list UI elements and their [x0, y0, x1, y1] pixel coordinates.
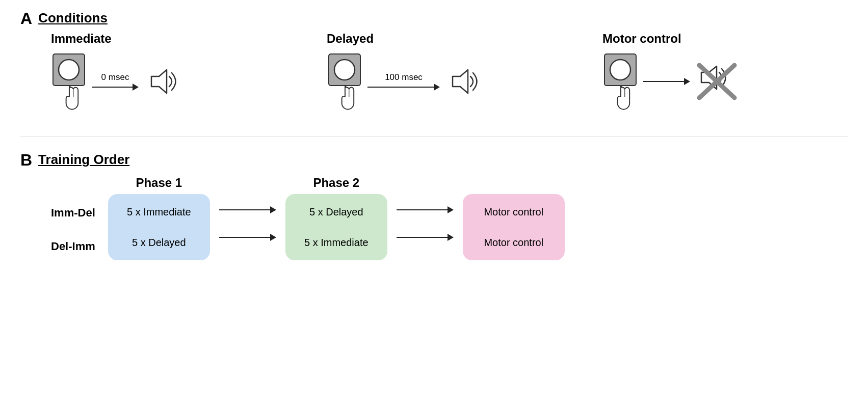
group-del-imm-label: Del-Imm: [51, 240, 103, 253]
svg-point-1: [59, 60, 79, 80]
section-b-letter: B: [20, 152, 32, 168]
phase1-arrow-bottom: [219, 234, 276, 241]
phase1-box: 5 x Immediate 5 x Delayed: [108, 194, 210, 260]
phase1-arrow-head-bottom: [270, 234, 276, 241]
motor-button-icon: [602, 52, 638, 88]
phase2-del-imm-text: 5 x Immediate: [301, 237, 372, 249]
svg-marker-9: [453, 70, 468, 93]
phase2-arrow-line-top: [397, 209, 448, 210]
section-a-title: Conditions: [38, 10, 108, 26]
section-a-letter: A: [20, 10, 32, 26]
ab-divider: [20, 136, 848, 137]
section-a: A Conditions Immediate: [20, 10, 848, 111]
condition-delayed-name: Delayed: [327, 32, 374, 46]
condition-immediate-name: Immediate: [51, 32, 112, 46]
group-imm-del-label: Imm-Del: [51, 206, 103, 220]
condition-delayed-diagram: 100 msec: [327, 52, 481, 111]
phase1-column: Phase 1 5 x Immediate 5 x Delayed: [108, 176, 210, 260]
phase3-column: Phase 3 Motor control Motor control: [463, 176, 565, 260]
immediate-button-hand: [51, 52, 87, 111]
motor-arrow-line: [643, 81, 684, 82]
immediate-arrow-shape: [92, 84, 139, 91]
delayed-arrow-line: [367, 87, 434, 88]
phase1-imm-del-text: 5 x Immediate: [123, 206, 195, 218]
svg-marker-4: [151, 70, 167, 93]
phase2-arrow-head-top: [448, 206, 454, 213]
condition-immediate-diagram: 0 msec: [51, 52, 179, 111]
condition-motor-diagram: [602, 52, 739, 111]
motor-button-hand: [602, 52, 638, 111]
phase1-arrow-line-top: [219, 209, 270, 210]
immediate-arrow: 0 msec: [92, 72, 139, 91]
section-a-header: A Conditions: [20, 10, 848, 26]
phase1-arrow-top: [219, 206, 276, 213]
delayed-button-icon: [327, 52, 362, 88]
delayed-delay-label: 100 msec: [385, 72, 423, 83]
phase1-del-imm-text: 5 x Delayed: [123, 237, 195, 249]
group-labels: Imm-Del Del-Imm: [51, 206, 103, 253]
condition-delayed: Delayed: [327, 32, 602, 111]
phase2-arrow-top: [397, 206, 454, 213]
immediate-delay-label: 0 msec: [101, 72, 129, 83]
condition-immediate: Immediate: [51, 32, 327, 111]
condition-motor-name: Motor control: [602, 32, 681, 46]
delayed-arrow-shape: [367, 84, 440, 91]
delayed-arrow: 100 msec: [367, 72, 440, 91]
section-b: B Training Order Imm-Del Del-Imm Phase 1…: [20, 152, 848, 260]
condition-motor-control: Motor control: [602, 32, 868, 111]
delayed-speaker-icon: [445, 64, 481, 99]
motor-arrow: [643, 78, 690, 85]
motor-speaker-crossed: [695, 61, 739, 102]
phase3-imm-del-text: Motor control: [478, 206, 549, 218]
phase2-arrow-line-bottom: [397, 237, 448, 238]
motor-speaker-svg: [695, 61, 739, 102]
phase1-header: Phase 1: [136, 176, 182, 190]
phase2-column: Phase 2 5 x Delayed 5 x Immediate: [285, 176, 387, 260]
main-container: A Conditions Immediate: [0, 0, 868, 409]
immediate-arrow-line: [92, 87, 133, 88]
delayed-button-hand: [327, 52, 362, 111]
phase2-imm-del-text: 5 x Delayed: [301, 206, 372, 218]
phase2-arrows: [387, 206, 463, 241]
svg-point-6: [334, 60, 355, 80]
motor-arrow-head: [684, 78, 690, 85]
conditions-row: Immediate: [51, 32, 868, 111]
motor-arrow-shape: [643, 78, 690, 85]
phase1-arrow-head-top: [270, 206, 276, 213]
phase2-arrow-head-bottom: [448, 234, 454, 241]
phase3-box: Motor control Motor control: [463, 194, 565, 260]
phase2-box: 5 x Delayed 5 x Immediate: [285, 194, 387, 260]
immediate-arrow-head: [133, 84, 139, 91]
phase3-del-imm-text: Motor control: [478, 237, 549, 249]
immediate-button-icon: [51, 52, 87, 88]
delayed-arrow-head: [434, 84, 440, 91]
section-b-title: Training Order: [38, 152, 129, 168]
phase1-arrow-line-bottom: [219, 237, 270, 238]
immediate-speaker-icon: [144, 64, 179, 99]
phase2-arrow-bottom: [397, 234, 454, 241]
phase1-arrows: [210, 206, 285, 241]
svg-point-11: [610, 60, 630, 80]
section-b-header: B Training Order: [20, 152, 848, 168]
phase2-header: Phase 2: [313, 176, 359, 190]
